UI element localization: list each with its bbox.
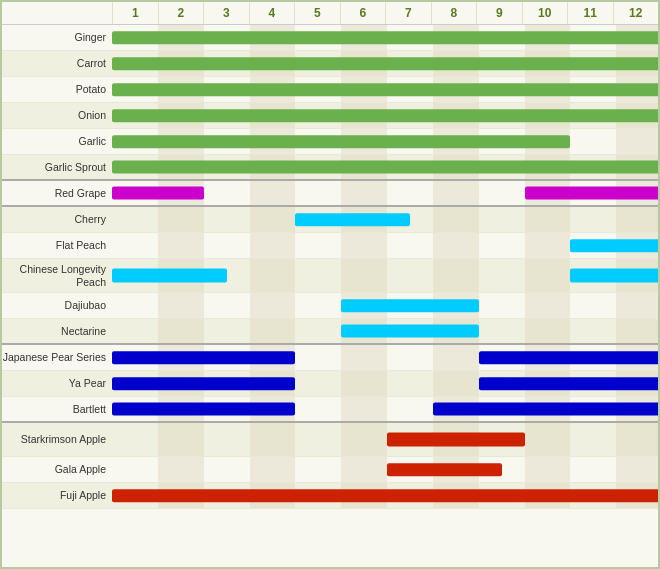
row-label-14: Bartlett — [2, 403, 112, 416]
row-label-6: Red Grape — [2, 187, 112, 200]
col-shade-3 — [250, 181, 296, 205]
col-shade-3 — [250, 233, 296, 258]
month-header-1: 1 — [112, 2, 158, 24]
bars-area-9 — [112, 259, 658, 292]
row-5: Garlic Sprout — [2, 155, 658, 181]
bars-area-12 — [112, 345, 658, 370]
bar-4-0 — [112, 135, 570, 149]
bar-17-0 — [112, 489, 658, 503]
row-17: Fuji Apple — [2, 483, 658, 509]
col-shade-1 — [158, 423, 204, 456]
bar-3-0 — [112, 109, 658, 123]
row-3: Onion — [2, 103, 658, 129]
col-shade-9 — [525, 293, 571, 318]
row-9: Chinese Longevity Peach — [2, 259, 658, 293]
bars-area-2 — [112, 77, 658, 102]
month-header-11: 11 — [567, 2, 613, 24]
col-shade-5 — [341, 345, 387, 370]
bar-1-0 — [112, 57, 658, 71]
row-label-9: Chinese Longevity Peach — [2, 263, 112, 288]
month-header-9: 9 — [476, 2, 522, 24]
header-row: 123456789101112 — [2, 2, 658, 25]
month-header-8: 8 — [431, 2, 477, 24]
bar-15-0 — [387, 432, 525, 447]
col-shade-3 — [250, 207, 296, 232]
col-shade-9 — [525, 207, 571, 232]
row-8: Flat Peach — [2, 233, 658, 259]
row-14: Bartlett — [2, 397, 658, 423]
row-label-2: Potato — [2, 83, 112, 96]
bars-area-15 — [112, 423, 658, 456]
bar-13-0 — [112, 377, 295, 391]
col-shade-7 — [433, 345, 479, 370]
col-shade-1 — [158, 293, 204, 318]
col-shade-3 — [250, 259, 296, 292]
row-1: Carrot — [2, 51, 658, 77]
col-shade-11 — [616, 293, 658, 318]
col-shade-11 — [616, 423, 658, 456]
row-label-4: Garlic — [2, 135, 112, 148]
bars-area-3 — [112, 103, 658, 128]
col-shade-11 — [616, 129, 658, 154]
month-header-12: 12 — [613, 2, 659, 24]
row-0: Ginger — [2, 25, 658, 51]
bar-16-0 — [387, 463, 502, 477]
col-shade-3 — [250, 319, 296, 343]
bar-2-0 — [112, 83, 658, 97]
row-4: Garlic — [2, 129, 658, 155]
col-shade-1 — [158, 319, 204, 343]
col-shade-7 — [433, 233, 479, 258]
row-13: Ya Pear — [2, 371, 658, 397]
month-header-3: 3 — [203, 2, 249, 24]
bars-area-11 — [112, 319, 658, 343]
bar-14-0 — [112, 402, 295, 415]
row-label-0: Ginger — [2, 31, 112, 44]
month-header-5: 5 — [294, 2, 340, 24]
col-shade-5 — [341, 181, 387, 205]
bar-10-0 — [341, 299, 479, 313]
row-15: Starkrimson Apple — [2, 423, 658, 457]
row-label-3: Onion — [2, 109, 112, 122]
bar-5-0 — [112, 160, 658, 173]
bar-12-1 — [479, 351, 658, 365]
col-shade-3 — [250, 457, 296, 482]
bars-area-16 — [112, 457, 658, 482]
col-shade-7 — [433, 207, 479, 232]
col-shade-11 — [616, 207, 658, 232]
row-7: Cherry — [2, 207, 658, 233]
col-shade-9 — [525, 259, 571, 292]
bars-area-7 — [112, 207, 658, 232]
col-shade-5 — [341, 457, 387, 482]
bar-6-0 — [112, 186, 204, 199]
header-label-col — [2, 2, 112, 24]
col-shade-5 — [341, 371, 387, 396]
row-label-7: Cherry — [2, 213, 112, 226]
row-11: Nectarine — [2, 319, 658, 345]
row-16: Gala Apple — [2, 457, 658, 483]
col-shade-9 — [525, 457, 571, 482]
bars-area-17 — [112, 483, 658, 508]
row-label-13: Ya Pear — [2, 377, 112, 390]
row-label-10: Dajiubao — [2, 299, 112, 312]
col-shade-11 — [616, 319, 658, 343]
col-shade-9 — [525, 319, 571, 343]
row-label-5: Garlic Sprout — [2, 161, 112, 174]
bar-0-0 — [112, 31, 658, 45]
month-header-4: 4 — [249, 2, 295, 24]
bars-area-0 — [112, 25, 658, 50]
row-6: Red Grape — [2, 181, 658, 207]
col-shade-7 — [433, 259, 479, 292]
row-label-1: Carrot — [2, 57, 112, 70]
bars-area-10 — [112, 293, 658, 318]
bar-6-1 — [525, 186, 659, 199]
bar-8-0 — [570, 239, 658, 253]
col-shade-3 — [250, 293, 296, 318]
bars-area-14 — [112, 397, 658, 421]
row-label-12: Japanese Pear Series — [2, 351, 112, 364]
col-shade-1 — [158, 457, 204, 482]
col-shade-3 — [250, 423, 296, 456]
col-shade-1 — [158, 207, 204, 232]
chart-container: 123456789101112 GingerCarrotPotatoOnionG… — [0, 0, 660, 569]
month-header-10: 10 — [522, 2, 568, 24]
row-label-16: Gala Apple — [2, 463, 112, 476]
